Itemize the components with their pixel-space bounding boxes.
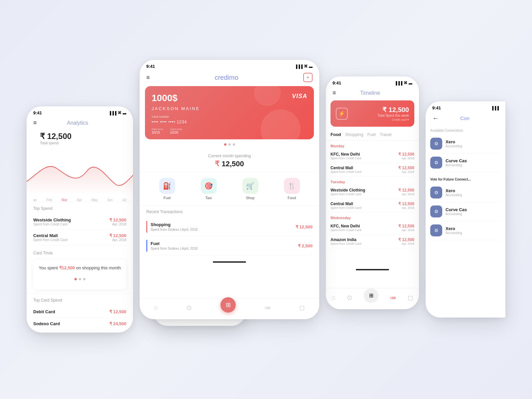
tl-name-6: Amazon India bbox=[331, 237, 361, 242]
status-icons-main: ▐▐▐ ⌘ ▬ bbox=[295, 64, 313, 68]
card-spend-2: Sodexo Card ₹ 24,500 bbox=[33, 318, 126, 330]
main-nav: ≡ credimo + bbox=[140, 70, 319, 86]
food-icon: 🍴 bbox=[284, 178, 300, 194]
tab-food[interactable]: Food bbox=[331, 131, 345, 138]
cat-taxi[interactable]: 🎯 Taxi bbox=[201, 178, 217, 200]
tl-item-westside-tue: Westside Clothing Spent from Credit Card… bbox=[331, 185, 414, 199]
main-title: credimo bbox=[215, 74, 238, 81]
status-bar-main: 9:41 ▐▐▐ ⌘ ▬ bbox=[140, 60, 319, 70]
timeline-total: ₹ 12,500 bbox=[378, 106, 409, 114]
txn-name-2: Fuel bbox=[151, 241, 198, 246]
txn-fuel: Fuel Spent from Sodexo | April, 2018 ₹ 2… bbox=[146, 236, 313, 255]
txn-bar-1 bbox=[146, 221, 147, 233]
tl-left-3: Westside Clothing Spent from Credit Card bbox=[331, 188, 365, 196]
dot-3 bbox=[83, 278, 85, 280]
tl-name-4: Central Mall bbox=[331, 201, 361, 206]
home-tl-icon[interactable]: ⌂ bbox=[332, 294, 335, 301]
tl-item-amazon: Amazon India Spent from Credit Card ₹ 12… bbox=[331, 235, 414, 248]
conn-curve-1[interactable]: ⚙ Curve Cas Accounting bbox=[430, 153, 501, 172]
tab-fuel[interactable]: Fuel bbox=[367, 131, 380, 138]
card-end: Card ends 10/20 bbox=[170, 128, 182, 134]
card-spend-1: Debit Card ₹ 12,500 bbox=[33, 306, 126, 318]
spend-sub-1: Spent from Credit Card bbox=[33, 222, 71, 226]
transactions-section: Recent Transactions Shopping Spent from … bbox=[140, 205, 319, 259]
time-tl: 9:41 bbox=[332, 80, 341, 85]
center-icon: ⊞ bbox=[226, 301, 231, 309]
conn-type-curve-1: Accounting bbox=[446, 163, 467, 167]
spending-section: Current month spending ₹ 12,500 bbox=[140, 150, 319, 173]
conn-info-xero-1: Xero Accounting bbox=[446, 139, 462, 148]
xero-vote-icon-2: ⚙ bbox=[430, 224, 442, 236]
conn-vote-info-1: Xero Accounting bbox=[446, 188, 462, 197]
conn-xero-vote-1[interactable]: ⚙ Xero Accounting bbox=[430, 183, 501, 202]
tl-amount-6: ₹ 12,500 bbox=[398, 237, 414, 242]
menu-tl[interactable]: ≡ bbox=[332, 89, 336, 96]
conn-vote-name-2: Curve Cas bbox=[446, 207, 467, 212]
dot-active bbox=[224, 143, 226, 146]
fuel-label: Fuel bbox=[164, 196, 171, 200]
search-tl-icon[interactable]: ⊙ bbox=[347, 294, 352, 302]
credit-card: VISA 1000$ JACKSON MAINE Card number •••… bbox=[145, 86, 314, 139]
menu-main[interactable]: ≡ bbox=[146, 74, 150, 81]
card-amount-1: ₹ 12,500 bbox=[109, 309, 126, 314]
card-dots bbox=[140, 139, 319, 150]
spend-right-2: ₹ 12,500 Apr, 2018 bbox=[109, 233, 126, 242]
tl-sub-2: Spent from Credit Card bbox=[331, 170, 361, 174]
battery-main: ▬ bbox=[309, 65, 313, 68]
tl-sub-1: Spent from Credit Card bbox=[331, 157, 361, 160]
center-tl-btn[interactable]: ⊞ bbox=[364, 288, 378, 303]
cat-fuel[interactable]: ⛽ Fuel bbox=[159, 178, 175, 200]
label-may: May bbox=[91, 198, 98, 202]
shop-label: Shop bbox=[246, 196, 255, 200]
profile-nav-icon[interactable]: ◻ bbox=[299, 304, 305, 312]
card-trivia-label: Card Trivia bbox=[27, 249, 133, 255]
card-from: Date from 10/15 bbox=[152, 128, 163, 134]
curve-vote-icon-1: ⚙ bbox=[430, 205, 442, 217]
card-name-2: Sodexo Card bbox=[33, 321, 60, 326]
card-decoration-1 bbox=[261, 109, 301, 139]
spend-name-1: Westside Clothing bbox=[33, 217, 71, 222]
cat-food[interactable]: 🍴 Food bbox=[284, 178, 300, 200]
txn-sub-1: Spent from Sodexo | April, 2018 bbox=[151, 228, 198, 231]
day-monday: Monday bbox=[331, 141, 414, 149]
conn-name-curve-1: Curve Cas bbox=[446, 158, 467, 163]
conn-vote-name-1: Xero bbox=[446, 188, 462, 193]
wifi-icon: ⌘ bbox=[118, 111, 121, 115]
conn-xero-vote-2[interactable]: ⚙ Xero Accounting bbox=[430, 221, 501, 240]
timeline-amount-section: ₹ 12,500 Total Spent this week Credit ca… bbox=[378, 106, 409, 121]
txn-amount-1: ₹ 12,500 bbox=[296, 224, 313, 229]
menu-icon[interactable]: ≡ bbox=[33, 119, 37, 126]
tl-item-central-tue: Central Mall Spent from Credit Card ₹ 12… bbox=[331, 199, 414, 212]
trivia-dots bbox=[39, 274, 121, 284]
card-number-label: Card number bbox=[152, 115, 307, 118]
profile-tl-icon[interactable]: ◻ bbox=[408, 294, 413, 302]
center-nav-btn[interactable]: ⊞ bbox=[220, 297, 236, 313]
card-name-1: Debit Card bbox=[33, 309, 55, 314]
dot-2 bbox=[228, 143, 231, 146]
vote-label: Vote for Future Connect... bbox=[430, 175, 501, 183]
cat-shop[interactable]: 🛒 Shop bbox=[242, 178, 258, 200]
trivia-amount: ₹12,500 bbox=[59, 265, 75, 270]
conn-xero-1[interactable]: ⚙ Xero Accounting bbox=[430, 134, 501, 153]
home-indicator-tl bbox=[356, 269, 389, 270]
home-nav-icon[interactable]: ⌂ bbox=[154, 304, 158, 311]
analytics-nav: ≡ Analytics bbox=[27, 117, 133, 130]
conn-vote-type-2: Accounting bbox=[446, 212, 467, 216]
end-label: Card ends bbox=[170, 128, 182, 131]
back-btn-conn[interactable]: ← bbox=[432, 114, 439, 122]
spend-sub-2: Spent from Credit Card bbox=[33, 238, 67, 242]
label-mar: Mar bbox=[62, 198, 67, 202]
tl-right-1: ₹ 12,500 Apr, 2018 bbox=[398, 152, 414, 160]
list-tl-icon[interactable]: ≔ bbox=[390, 294, 396, 302]
list-nav-icon[interactable]: ≔ bbox=[264, 304, 271, 312]
analytics-title: Analytics bbox=[67, 120, 88, 126]
add-button[interactable]: + bbox=[303, 73, 313, 82]
timeline-logo: ⚡ bbox=[336, 108, 348, 120]
tl-date-1: Apr, 2018 bbox=[398, 157, 414, 160]
tab-shopping[interactable]: Shopping bbox=[345, 131, 367, 138]
tab-travel[interactable]: Travel bbox=[380, 131, 396, 138]
conn-curve-vote-1[interactable]: ⚙ Curve Cas Accounting bbox=[430, 202, 501, 221]
spend-item-2: Central Mall Spent from Credit Card ₹ 12… bbox=[33, 230, 126, 245]
search-nav-icon[interactable]: ⊙ bbox=[186, 304, 192, 312]
tl-left-1: KFC, New Delhi Spent from Credit Card bbox=[331, 152, 361, 160]
